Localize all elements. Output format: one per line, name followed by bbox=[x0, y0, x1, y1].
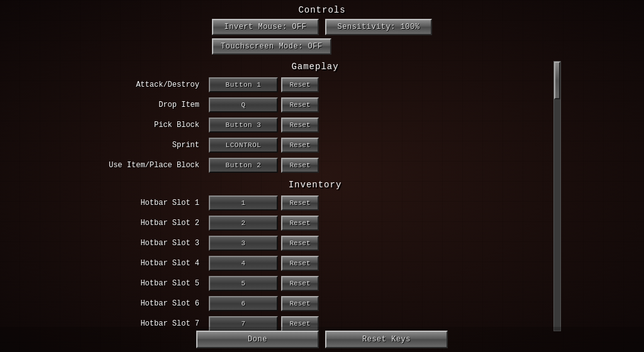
binding-row-slot3: Hotbar Slot 3 3 Reset bbox=[83, 234, 547, 252]
binding-label-sprint: Sprint bbox=[83, 141, 209, 150]
top-buttons-row: Invert Mouse: OFF Sensitivity: 100% bbox=[212, 19, 432, 35]
inventory-section: Inventory Hotbar Slot 1 1 Reset Hotbar S… bbox=[83, 179, 547, 331]
binding-label-attack: Attack/Destroy bbox=[83, 80, 209, 89]
binding-reset-slot3[interactable]: Reset bbox=[281, 236, 319, 251]
invert-mouse-button[interactable]: Invert Mouse: OFF bbox=[212, 19, 319, 35]
binding-row-drop: Drop Item Q Reset bbox=[83, 96, 547, 114]
binding-label-slot3: Hotbar Slot 3 bbox=[83, 239, 209, 248]
content-area: Gameplay Attack/Destroy Button 1 Reset D… bbox=[83, 61, 561, 331]
binding-row-sprint: Sprint LCONTROL Reset bbox=[83, 136, 547, 154]
binding-reset-slot2[interactable]: Reset bbox=[281, 216, 319, 231]
binding-key-slot4[interactable]: 4 bbox=[209, 256, 278, 271]
controls-title: Controls bbox=[298, 5, 345, 15]
main-container: Controls Invert Mouse: OFF Sensitivity: … bbox=[0, 0, 644, 352]
binding-reset-slot6[interactable]: Reset bbox=[281, 296, 319, 311]
scrollable-content: Gameplay Attack/Destroy Button 1 Reset D… bbox=[83, 61, 553, 331]
top-controls: Invert Mouse: OFF Sensitivity: 100% Touc… bbox=[212, 19, 432, 55]
binding-key-sprint[interactable]: LCONTROL bbox=[209, 138, 278, 153]
binding-label-slot4: Hotbar Slot 4 bbox=[83, 259, 209, 268]
binding-key-slot2[interactable]: 2 bbox=[209, 216, 278, 231]
done-button[interactable]: Done bbox=[196, 331, 319, 348]
binding-key-slot3[interactable]: 3 bbox=[209, 236, 278, 251]
binding-row-attack: Attack/Destroy Button 1 Reset bbox=[83, 76, 547, 94]
binding-reset-slot5[interactable]: Reset bbox=[281, 276, 319, 291]
binding-label-pick: Pick Block bbox=[83, 121, 209, 129]
binding-row-use: Use Item/Place Block Button 2 Reset bbox=[83, 157, 547, 174]
binding-key-slot6[interactable]: 6 bbox=[209, 296, 278, 311]
reset-keys-button[interactable]: Reset Keys bbox=[325, 331, 448, 348]
scrollbar-thumb[interactable] bbox=[554, 62, 560, 99]
binding-label-slot2: Hotbar Slot 2 bbox=[83, 219, 209, 228]
gameplay-title: Gameplay bbox=[291, 62, 338, 72]
binding-label-slot5: Hotbar Slot 5 bbox=[83, 279, 209, 288]
binding-key-use[interactable]: Button 2 bbox=[209, 158, 278, 173]
binding-key-drop[interactable]: Q bbox=[209, 97, 278, 113]
binding-row-slot1: Hotbar Slot 1 1 Reset bbox=[83, 194, 547, 212]
binding-row-slot5: Hotbar Slot 5 5 Reset bbox=[83, 275, 547, 292]
binding-reset-drop[interactable]: Reset bbox=[281, 97, 319, 113]
binding-reset-attack[interactable]: Reset bbox=[281, 77, 319, 92]
inventory-title: Inventory bbox=[289, 180, 342, 190]
gameplay-section: Gameplay Attack/Destroy Button 1 Reset D… bbox=[83, 61, 547, 174]
binding-reset-sprint[interactable]: Reset bbox=[281, 138, 319, 153]
binding-key-slot5[interactable]: 5 bbox=[209, 276, 278, 291]
binding-label-slot6: Hotbar Slot 6 bbox=[83, 299, 209, 308]
sensitivity-button[interactable]: Sensitivity: 100% bbox=[325, 19, 432, 35]
binding-row-slot4: Hotbar Slot 4 4 Reset bbox=[83, 255, 547, 272]
binding-row-slot2: Hotbar Slot 2 2 Reset bbox=[83, 214, 547, 232]
binding-key-attack[interactable]: Button 1 bbox=[209, 77, 278, 92]
binding-key-pick[interactable]: Button 3 bbox=[209, 118, 278, 133]
binding-key-slot1[interactable]: 1 bbox=[209, 195, 278, 211]
binding-reset-pick[interactable]: Reset bbox=[281, 118, 319, 133]
binding-reset-use[interactable]: Reset bbox=[281, 158, 319, 173]
binding-reset-slot4[interactable]: Reset bbox=[281, 256, 319, 271]
binding-label-drop: Drop Item bbox=[83, 101, 209, 109]
scrollbar[interactable] bbox=[553, 61, 561, 331]
binding-row-slot6: Hotbar Slot 6 6 Reset bbox=[83, 295, 547, 312]
touchscreen-button[interactable]: Touchscreen Mode: OFF bbox=[212, 38, 331, 55]
binding-reset-slot1[interactable]: Reset bbox=[281, 195, 319, 211]
binding-row-pick: Pick Block Button 3 Reset bbox=[83, 116, 547, 134]
binding-label-use: Use Item/Place Block bbox=[83, 161, 209, 170]
binding-label-slot1: Hotbar Slot 1 bbox=[83, 199, 209, 207]
bottom-bar: Done Reset Keys bbox=[0, 327, 644, 352]
